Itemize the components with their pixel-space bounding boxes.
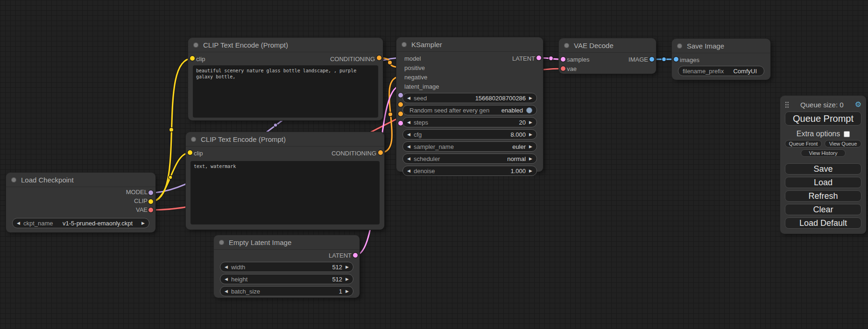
node-empty-latent-image[interactable]: Empty Latent Image LATENT ◀ width 512 ▶ …: [214, 235, 360, 298]
node-ksampler[interactable]: KSampler model LATENT positive negative …: [396, 37, 543, 172]
widget-denoise[interactable]: ◀ denoise 1.000 ▶: [402, 166, 537, 176]
increment-arrow-icon[interactable]: ▶: [529, 120, 532, 125]
view-history-button[interactable]: View History: [801, 149, 846, 157]
settings-gear-icon[interactable]: ⚙: [855, 101, 861, 108]
increment-arrow-icon[interactable]: ▶: [529, 157, 532, 161]
decrement-arrow-icon[interactable]: ◀: [407, 145, 410, 149]
slot-row: samples IMAGE: [559, 55, 656, 64]
drag-handle-icon[interactable]: [785, 101, 789, 108]
widget-value: 512: [332, 276, 342, 283]
increment-arrow-icon[interactable]: ▶: [529, 145, 532, 149]
menu-header: Queue size: 0 ⚙: [785, 99, 861, 110]
increment-arrow-icon[interactable]: ▶: [346, 289, 349, 294]
decrement-arrow-icon[interactable]: ◀: [225, 289, 228, 294]
slot-row: clip CONDITIONING: [186, 147, 384, 160]
input-slot-negative[interactable]: [398, 112, 403, 116]
output-slot-image[interactable]: [649, 57, 654, 62]
increment-arrow-icon[interactable]: ▶: [141, 221, 145, 225]
node-graph-canvas[interactable]: Load Checkpoint MODEL CLIP VAE ◀ ckpt_na…: [0, 0, 868, 329]
node-vae-decode[interactable]: VAE Decode samples IMAGE vae: [559, 38, 656, 74]
output-slot-conditioning[interactable]: [377, 56, 381, 60]
decrement-arrow-icon[interactable]: ◀: [407, 120, 410, 125]
decrement-arrow-icon[interactable]: ◀: [225, 277, 228, 281]
load-default-button[interactable]: Load Default: [785, 217, 861, 229]
widget-height[interactable]: ◀ height 512 ▶: [220, 274, 353, 284]
input-slot-positive[interactable]: [398, 102, 403, 107]
output-slot-latent[interactable]: [536, 56, 541, 60]
extra-options-checkbox[interactable]: [844, 131, 850, 137]
widget-value: 20: [519, 119, 526, 126]
increment-arrow-icon[interactable]: ▶: [346, 277, 349, 281]
input-slot-images[interactable]: [674, 57, 678, 62]
collapse-dot-icon[interactable]: [677, 43, 682, 49]
output-slot-vae[interactable]: [148, 208, 153, 212]
decrement-arrow-icon[interactable]: ◀: [407, 157, 410, 161]
save-button[interactable]: Save: [785, 163, 861, 175]
node-clip-text-encode-positive[interactable]: CLIP Text Encode (Prompt) clip CONDITION…: [188, 38, 383, 120]
output-slot-conditioning[interactable]: [378, 150, 383, 155]
output-row-vae: VAE: [6, 205, 155, 214]
collapse-dot-icon[interactable]: [193, 42, 198, 48]
node-title: Load Checkpoint: [21, 176, 74, 184]
input-slot-vae[interactable]: [561, 66, 565, 71]
node-title-bar[interactable]: CLIP Text Encode (Prompt): [188, 38, 383, 52]
decrement-arrow-icon[interactable]: ◀: [407, 96, 410, 100]
widget-cfg[interactable]: ◀ cfg 8.000 ▶: [402, 129, 537, 140]
decrement-arrow-icon[interactable]: ◀: [407, 133, 410, 137]
increment-arrow-icon[interactable]: ▶: [529, 169, 532, 173]
node-title: CLIP Text Encode (Prompt): [203, 41, 288, 49]
input-slot-clip[interactable]: [190, 56, 195, 61]
widget-batch-size[interactable]: ◀ batch_size 1 ▶: [220, 286, 353, 296]
node-clip-text-encode-negative[interactable]: CLIP Text Encode (Prompt) clip CONDITION…: [186, 132, 384, 230]
collapse-dot-icon[interactable]: [11, 177, 16, 182]
widget-steps[interactable]: ◀ steps 20 ▶: [402, 117, 537, 127]
node-save-image[interactable]: Save Image images filename_prefix ComfyU…: [672, 39, 770, 80]
widget-seed[interactable]: ◀ seed 156680208700286 ▶: [402, 93, 537, 103]
widget-filename-prefix[interactable]: filename_prefix ComfyUI: [678, 66, 764, 76]
collapse-dot-icon[interactable]: [219, 240, 224, 245]
refresh-button[interactable]: Refresh: [785, 190, 861, 202]
widget-label: width: [231, 264, 245, 271]
widget-value: v1-5-pruned-emaonly.ckpt: [63, 220, 133, 227]
collapse-dot-icon[interactable]: [402, 42, 407, 47]
input-slot-samples[interactable]: [561, 57, 565, 62]
increment-arrow-icon[interactable]: ▶: [346, 265, 349, 269]
output-slot-latent[interactable]: [353, 253, 358, 258]
widget-random-seed[interactable]: Random seed after every gen enabled: [402, 105, 537, 115]
widget-scheduler[interactable]: ◀ scheduler normal ▶: [402, 154, 537, 164]
node-title-bar[interactable]: KSampler: [396, 37, 543, 52]
input-slot-latent-image[interactable]: [398, 121, 403, 126]
widget-label: ckpt_name: [23, 220, 53, 227]
increment-arrow-icon[interactable]: ▶: [529, 133, 532, 137]
input-label-samples: samples: [567, 56, 589, 63]
positive-prompt-textarea[interactable]: beautiful scenery nature glass bottle la…: [193, 65, 378, 118]
output-slot-clip[interactable]: [148, 199, 153, 204]
output-label-latent: LATENT: [512, 55, 535, 62]
toggle-enabled-icon[interactable]: [526, 107, 532, 113]
widget-ckpt-name[interactable]: ◀ ckpt_name v1-5-pruned-emaonly.ckpt ▶: [12, 218, 149, 228]
queue-prompt-button[interactable]: Queue Prompt: [785, 112, 861, 126]
node-title-bar[interactable]: Load Checkpoint: [6, 173, 155, 187]
increment-arrow-icon[interactable]: ▶: [529, 96, 532, 100]
decrement-arrow-icon[interactable]: ◀: [17, 221, 20, 225]
decrement-arrow-icon[interactable]: ◀: [407, 169, 410, 173]
node-title-bar[interactable]: VAE Decode: [559, 38, 656, 53]
node-title-bar[interactable]: Empty Latent Image: [214, 235, 360, 250]
clear-button[interactable]: Clear: [785, 204, 861, 215]
queue-front-button[interactable]: Queue Front: [785, 140, 822, 147]
node-title-bar[interactable]: Save Image: [672, 39, 770, 53]
view-queue-button[interactable]: View Queue: [825, 140, 861, 147]
collapse-dot-icon[interactable]: [564, 43, 569, 48]
input-slot-model[interactable]: [398, 93, 403, 98]
load-button[interactable]: Load: [785, 177, 861, 188]
node-load-checkpoint[interactable]: Load Checkpoint MODEL CLIP VAE ◀ ckpt_na…: [6, 173, 155, 232]
widget-width[interactable]: ◀ width 512 ▶: [220, 262, 353, 272]
negative-prompt-textarea[interactable]: text, watermark: [191, 161, 380, 224]
widget-sampler-name[interactable]: ◀ sampler_name euler ▶: [402, 141, 537, 152]
input-slot-clip[interactable]: [188, 150, 192, 155]
decrement-arrow-icon[interactable]: ◀: [225, 265, 228, 269]
output-label-model: MODEL: [126, 189, 148, 196]
collapse-dot-icon[interactable]: [191, 137, 196, 142]
output-slot-model[interactable]: [148, 190, 153, 195]
node-title-bar[interactable]: CLIP Text Encode (Prompt): [186, 132, 384, 147]
